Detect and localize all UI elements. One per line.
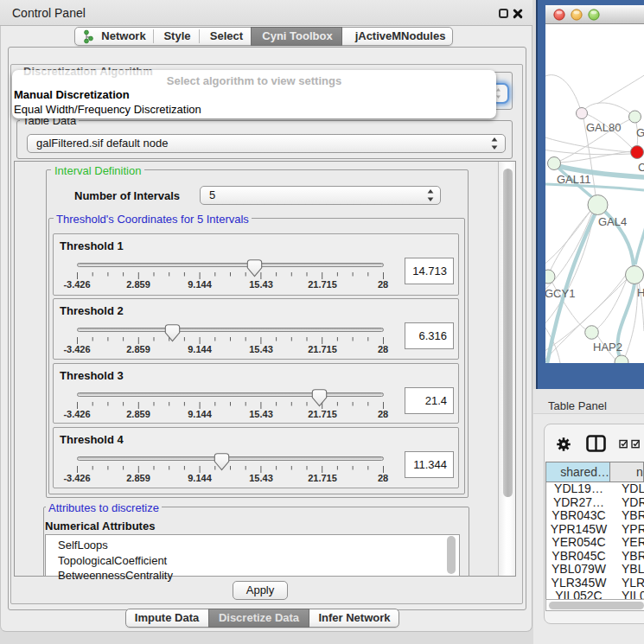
- svg-text:H: H: [637, 286, 644, 299]
- svg-text:HAP2: HAP2: [593, 341, 622, 354]
- svg-text:GAL4: GAL4: [598, 215, 627, 228]
- svg-text:GAL80: GAL80: [586, 121, 621, 134]
- svg-text:C: C: [638, 161, 644, 174]
- svg-text:GCY1: GCY1: [545, 287, 575, 300]
- svg-text:GA: GA: [636, 126, 644, 139]
- svg-text:GAL11: GAL11: [557, 173, 591, 186]
